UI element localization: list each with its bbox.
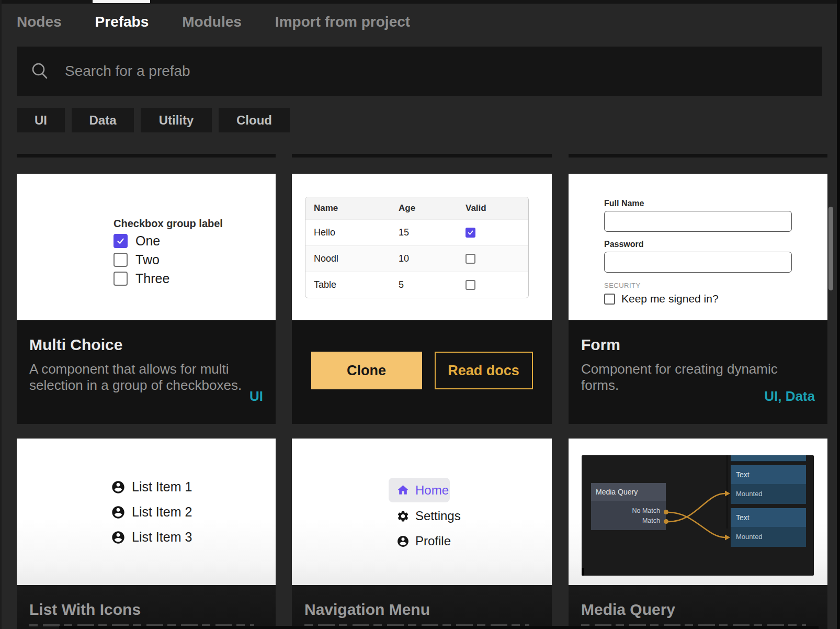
prefab-preview: Home Settings Profile xyxy=(292,439,552,585)
person-icon xyxy=(111,480,126,495)
prefab-preview: Name Age Valid Hello 15 Noodl 10 xyxy=(292,174,552,320)
checkbox-unchecked-icon xyxy=(113,272,128,286)
prefab-card-navigation-menu[interactable]: Home Settings Profile Navigation Menu xyxy=(292,439,552,629)
filter-bar: UI Data Utility Cloud xyxy=(17,108,290,132)
bottom-edge-strip xyxy=(59,626,819,629)
gear-icon xyxy=(396,510,410,523)
checkbox-option-label: One xyxy=(135,233,160,249)
table-row: Noodl 10 xyxy=(305,245,528,272)
prefab-tags: UI xyxy=(249,388,263,405)
filter-cloud-button[interactable]: Cloud xyxy=(219,108,290,132)
field-label: Full Name xyxy=(604,199,792,208)
clone-button[interactable]: Clone xyxy=(311,352,422,389)
column-header-age: Age xyxy=(399,203,466,214)
connection-wires xyxy=(582,455,814,576)
nav-item-home-selected: Home xyxy=(389,478,450,502)
column-header-name: Name xyxy=(305,203,399,214)
list-item: List Item 2 xyxy=(111,504,192,520)
cell-valid xyxy=(466,280,518,290)
prefab-card-footer: Media Query xyxy=(569,585,827,629)
nav-item-profile: Profile xyxy=(396,534,451,548)
scrolled-card-bottom xyxy=(17,154,276,158)
column-header-valid: Valid xyxy=(466,203,518,214)
checkbox-unchecked-icon xyxy=(466,254,475,264)
home-icon xyxy=(396,484,410,497)
list-item: List Item 3 xyxy=(111,530,192,545)
search-input[interactable] xyxy=(64,62,694,80)
tab-modules[interactable]: Modules xyxy=(182,14,242,30)
checkbox-checked-icon xyxy=(466,228,475,238)
prefab-preview: Checkbox group label One Two Three xyxy=(17,174,276,320)
prefab-description: A component that allows for multi select… xyxy=(29,361,263,394)
prefab-card-form[interactable]: Full Name Password SECURITY Keep me sign… xyxy=(569,174,827,424)
table-row: Table 5 xyxy=(305,272,528,298)
prefab-card-list-with-icons[interactable]: List Item 1 List Item 2 List Item 3 List… xyxy=(17,439,276,629)
prefab-card-footer: Form Component for creating dynamic form… xyxy=(569,320,827,424)
list-item-label: List Item 1 xyxy=(132,479,192,495)
nav-item-label: Settings xyxy=(415,509,461,523)
cell-name: Table xyxy=(305,279,399,290)
prefab-title: Multi Choice xyxy=(29,336,263,354)
checkbox-option: Three xyxy=(113,271,169,286)
tab-prefabs[interactable]: Prefabs xyxy=(95,14,149,30)
text-cursor-mark xyxy=(582,568,584,576)
prefab-tags: UI, Data xyxy=(764,388,815,405)
checkbox-label: Keep me signed in? xyxy=(621,293,719,305)
person-icon xyxy=(111,530,126,545)
prefab-card-multi-choice[interactable]: Checkbox group label One Two Three Multi… xyxy=(17,174,276,424)
filter-ui-button[interactable]: UI xyxy=(17,108,65,132)
filter-data-button[interactable]: Data xyxy=(72,108,134,132)
checkbox-unchecked-icon xyxy=(113,253,128,267)
nav-item-settings: Settings xyxy=(396,509,461,523)
prefab-card-media-query[interactable]: Media Query No Match Match Text Mounted … xyxy=(569,439,827,629)
scrolled-card-bottom xyxy=(292,154,552,158)
prefab-preview: Full Name Password SECURITY Keep me sign… xyxy=(569,174,827,320)
search-bar[interactable] xyxy=(17,47,822,96)
checkbox-option-label: Two xyxy=(135,252,160,267)
form-field: Full Name xyxy=(604,199,792,232)
scrolled-card-bottom xyxy=(569,154,827,158)
table-header-row: Name Age Valid xyxy=(305,197,528,219)
left-edge-strip xyxy=(0,0,2,629)
checkbox-unchecked-icon xyxy=(604,294,615,305)
cell-valid xyxy=(466,254,518,264)
field-label: Password xyxy=(604,240,792,249)
text-input xyxy=(604,252,792,273)
checkbox-option: One xyxy=(113,233,160,249)
cell-age: 5 xyxy=(399,279,466,290)
prefab-preview: Media Query No Match Match Text Mounted … xyxy=(569,439,827,585)
form-checkbox-row: Keep me signed in? xyxy=(604,293,719,305)
prefab-browser-panel: Nodes Prefabs Modules Import from projec… xyxy=(0,0,840,629)
form-section-label: SECURITY xyxy=(604,282,641,289)
prefab-card-footer: Multi Choice A component that allows for… xyxy=(17,320,276,424)
hover-actions: Clone Read docs xyxy=(304,352,539,389)
vertical-scrollbar-thumb[interactable] xyxy=(828,207,833,290)
tab-nodes[interactable]: Nodes xyxy=(17,14,62,30)
table-preview: Name Age Valid Hello 15 Noodl 10 xyxy=(305,197,529,298)
table-row: Hello 15 xyxy=(305,219,528,245)
cell-name: Noodl xyxy=(305,253,399,264)
person-icon xyxy=(396,535,410,548)
prefab-title: Navigation Menu xyxy=(304,601,539,619)
tab-import-from-project[interactable]: Import from project xyxy=(275,14,410,30)
checkbox-option: Two xyxy=(113,252,160,267)
cell-age: 15 xyxy=(399,227,466,238)
read-docs-button[interactable]: Read docs xyxy=(435,352,533,389)
cell-name: Hello xyxy=(305,227,399,238)
prefab-card-footer: List With Icons xyxy=(17,585,276,629)
prefab-card-table[interactable]: Name Age Valid Hello 15 Noodl 10 xyxy=(292,174,552,424)
nav-item-label: Home xyxy=(415,483,449,498)
checkbox-unchecked-icon xyxy=(466,280,475,290)
filter-utility-button[interactable]: Utility xyxy=(141,108,212,132)
tab-bar: Nodes Prefabs Modules Import from projec… xyxy=(17,14,410,30)
search-icon xyxy=(30,62,49,81)
list-item-label: List Item 2 xyxy=(132,504,192,520)
checkbox-checked-icon xyxy=(113,234,128,248)
node-graph-screenshot: Media Query No Match Match Text Mounted … xyxy=(582,455,814,576)
checkbox-option-label: Three xyxy=(135,271,169,286)
prefab-title: List With Icons xyxy=(29,601,263,619)
list-item: List Item 1 xyxy=(111,479,192,495)
prefab-title: Form xyxy=(581,336,815,354)
checkbox-group-label: Checkbox group label xyxy=(113,218,223,230)
person-icon xyxy=(111,505,126,520)
